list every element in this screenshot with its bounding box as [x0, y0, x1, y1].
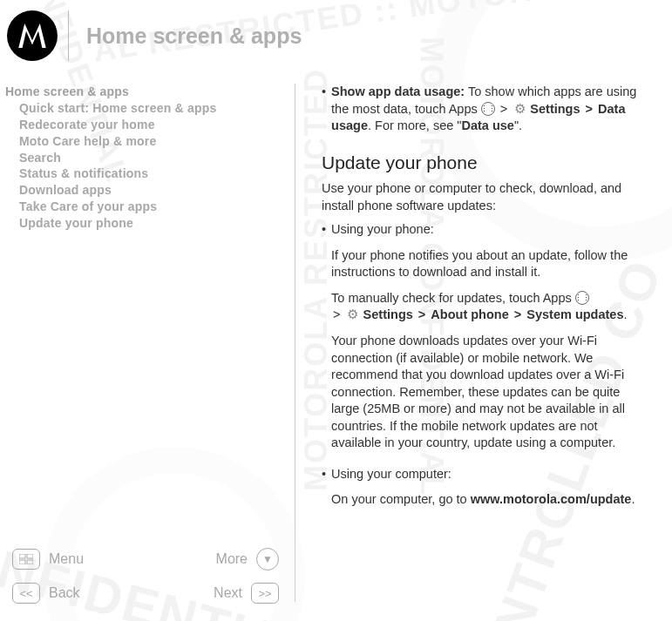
footer-nav: Menu ▼ More << Back >> Next: [5, 537, 286, 621]
gear-icon: ⚙: [512, 102, 526, 116]
more-icon: ▼: [256, 548, 279, 570]
svg-rect-0: [19, 554, 25, 558]
nav-item-search[interactable]: Search: [5, 150, 286, 166]
apps-icon: ⋮⋮: [481, 102, 495, 116]
update-url: www.motorola.com/update: [471, 492, 632, 506]
back-label: Back: [49, 585, 80, 601]
nav-section-head[interactable]: Home screen & apps: [5, 84, 286, 100]
nav-item-take-care[interactable]: Take Care of your apps: [5, 199, 286, 215]
nav-item-update[interactable]: Update your phone: [5, 215, 286, 232]
next-icon: >>: [251, 583, 279, 604]
menu-label: Menu: [49, 551, 84, 567]
sidebar: Home screen & apps Quick start: Home scr…: [0, 68, 295, 621]
nav-item-download[interactable]: Download apps: [5, 182, 286, 199]
bullet-mark: •: [322, 221, 326, 461]
nav-item-status[interactable]: Status & notifications: [5, 165, 286, 182]
more-label: More: [216, 551, 248, 567]
svg-rect-1: [27, 554, 33, 558]
computer-p1: On your computer, go to www.motorola.com…: [331, 491, 648, 509]
phone-p1: If your phone notifies you about an upda…: [331, 247, 648, 281]
phone-p2: To manually check for updates, touch App…: [331, 290, 648, 324]
nav-item-moto-care[interactable]: Moto Care help & more: [5, 133, 286, 150]
next-button[interactable]: >> Next: [214, 583, 279, 604]
gear-icon: ⚙: [346, 308, 360, 322]
nav-item-quick-start[interactable]: Quick start: Home screen & apps: [5, 100, 286, 117]
menu-icon: [12, 549, 40, 570]
bullet-lead: Show app data usage:: [331, 84, 465, 98]
next-label: Next: [214, 585, 242, 601]
header: Home screen & apps: [0, 0, 672, 68]
nav-list: Home screen & apps Quick start: Home scr…: [5, 84, 286, 232]
computer-head: Using your computer:: [331, 466, 648, 483]
back-button[interactable]: << Back: [12, 583, 80, 604]
article-body: • Show app data usage: To show which app…: [295, 68, 672, 621]
svg-rect-3: [27, 560, 33, 564]
phone-p3: Your phone downloads updates over your W…: [331, 333, 648, 452]
apps-icon: ⋮⋮: [575, 291, 589, 305]
page-title: Home screen & apps: [86, 24, 302, 49]
nav-item-redecorate[interactable]: Redecorate your home: [5, 117, 286, 133]
phone-head: Using your phone:: [331, 221, 648, 239]
bullet-mark: •: [322, 466, 326, 517]
motorola-logo: [7, 10, 58, 61]
more-button[interactable]: ▼ More: [216, 548, 279, 570]
data-usage-paragraph: Show app data usage: To show which apps …: [331, 84, 648, 144]
menu-button[interactable]: Menu: [12, 549, 84, 570]
back-icon: <<: [12, 583, 40, 604]
svg-rect-2: [19, 560, 25, 564]
section-heading: Update your phone: [322, 151, 648, 175]
bullet-mark: •: [322, 84, 326, 144]
intro-text: Use your phone or computer to check, dow…: [322, 180, 648, 214]
